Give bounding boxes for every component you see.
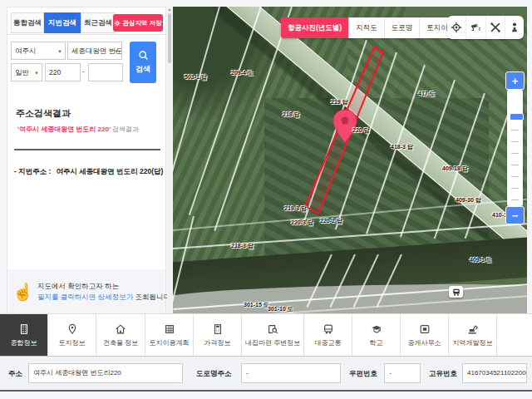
layer-aerial-button[interactable]: 항공사진(년도별) [281,17,349,38]
nav-regional-development[interactable]: 지역개발정보 [449,314,497,356]
pnu-value: 4167034521102200000 [462,363,527,383]
parcel-label: 218 답 [283,111,300,119]
map-tools [447,16,524,39]
road-address-label: 도로명주소 [196,369,232,379]
parcel-label: 220 답 [352,126,370,135]
nav-public-transport[interactable]: 대중교통 [304,314,352,356]
cctv-button[interactable] [466,16,485,39]
search-result-query: '여주시 세종대왕면 번도리 220' 검색결과 [17,125,139,134]
map-pin-icon [66,323,78,335]
nav-spacer [497,314,532,356]
ji-input[interactable] [88,63,123,81]
search-button[interactable]: 검색 [130,42,156,83]
tab-recent-search[interactable]: 최근검색 [81,12,116,33]
bus-stop-marker-icon[interactable] [449,286,463,298]
layer-roadname-button[interactable]: 도로명 [385,17,421,38]
nav-land-info[interactable]: 토지정보 [48,314,96,356]
search-icon [138,50,149,61]
parcel-label: 220-3 답 [291,219,313,227]
cctv-icon [470,22,481,33]
nav-neighborhood-info[interactable]: 내집마련 주변정보 [242,314,304,356]
gear-icon [114,20,121,27]
nav-land-use-plan[interactable]: 토지이용계획 [145,314,194,356]
nav-general-info[interactable]: 종합정보 [0,314,48,356]
layer-cadastral-button[interactable]: 지적도 [349,17,385,38]
nav-brokerage-office[interactable]: 중개사무소 [401,314,449,356]
parcel-label: 209-4 도 [231,69,254,77]
map-canvas[interactable]: 503-1 답 209-4 도 218 답 219 답 220 답 417 도 … [173,7,527,314]
graduation-cap-icon [371,323,382,335]
parcel-label: 219 답 [331,98,348,106]
office-sign-icon [419,323,431,335]
chevron-down-icon: ▼ [34,64,39,81]
grid-icon [164,323,175,335]
bottom-navigation: 종합정보 토지정보 건축물 정보 토지이용계획 가격정보 내집마련 주변정보 대… [0,313,532,357]
parcel-label: 418-3 답 [391,143,413,151]
calculator-icon [212,323,224,335]
tab-unified-search[interactable]: 통합검색 [11,12,44,33]
road-address-value: - [241,363,341,383]
parcel-label: 409-30 답 [456,196,481,204]
parcel-label: 417 도 [418,90,436,98]
divider [7,34,165,35]
parcel-info-bar: 주소 여주시 세종대왕면 번도리220 도로명주소 - 우편번호 - 고유번호 … [0,357,532,392]
nav-price-info[interactable]: 가격정보 [194,314,242,356]
zoom-tick [511,165,519,165]
measure-button[interactable] [486,16,505,39]
chevron-down-icon: ▼ [114,42,119,60]
scrollbar-thumb[interactable] [168,13,171,63]
map-click-hint: ☝ 지도에서 확인하고자 하는 필지를 클릭하시면 상세정보가 조회됩니다. [7,269,165,314]
bun-ji-separator: - [82,67,85,76]
zoom-out-button[interactable]: − [505,206,525,224]
parcel-label: 301-10 도 [268,305,293,313]
parcel-label: 409-1 도 [470,256,492,264]
region-select[interactable]: 여주시▼ [11,42,66,60]
bun-input[interactable] [45,63,81,81]
address-result-title: 주소검색결과 [16,107,71,120]
zoom-tick [511,176,519,177]
target-icon [451,22,462,33]
zoom-tick [511,153,519,154]
excavator-icon [467,323,479,335]
parcel-label: 219-3 답 [284,204,307,213]
zoom-tick [511,141,519,142]
zoom-slider-track[interactable] [507,90,523,206]
nav-building-info[interactable]: 건축물 정보 [96,314,145,356]
jibun-type-select[interactable]: 일반▼ [11,63,42,81]
building-icon [18,323,30,335]
divider [14,149,160,150]
address-value: 여주시 세종대왕면 번도리220 [28,363,183,383]
bus-icon [323,323,334,335]
roadview-person-icon [509,22,520,33]
zip-code-value: - [384,363,421,383]
zoom-in-button[interactable]: + [505,71,525,90]
parcel-label: 503-1 답 [185,73,207,81]
zoom-tick [511,188,519,189]
map-zoom-control: + − [505,71,525,224]
town-select[interactable]: 세종대왕면 번도리▼ [67,42,122,60]
sidebar-scrollbar[interactable]: ▲ [167,7,172,314]
tab-jibun-search[interactable]: 지번검색 [44,12,81,33]
pnu-label: 고유번호 [429,369,457,379]
parcel-label: 220-2 답 [320,217,342,225]
house-icon [115,323,126,335]
nav-school[interactable]: 학교 [352,314,401,356]
chevron-down-icon: ▼ [57,42,62,60]
parcel-label: 301-15 도 [244,301,269,309]
roadview-button[interactable] [505,16,524,39]
parcel-label: 218-3 답 [231,242,254,250]
measure-icon [490,22,501,33]
hand-pointer-icon: ☝ [12,283,33,300]
zip-code-label: 우편번호 [349,369,377,379]
zoom-tick [511,130,519,131]
app-window: 통합검색 지번검색 최근검색 관심지역 저장 여주시▼ 세종대왕면 번도리▼ 일… [0,0,532,399]
scroll-up-icon[interactable]: ▲ [167,7,172,12]
current-location-button[interactable] [447,16,466,39]
address-label: 주소 [8,369,22,379]
map-search-icon [267,323,278,335]
parcel-label: 409-18 답 [442,165,468,173]
zoom-slider-handle[interactable] [510,113,524,121]
search-panel: 통합검색 지번검색 최근검색 관심지역 저장 여주시▼ 세종대왕면 번도리▼ 일… [7,7,166,314]
zoom-tick [511,200,519,200]
save-favorite-area-button[interactable]: 관심지역 저장 [113,14,163,32]
